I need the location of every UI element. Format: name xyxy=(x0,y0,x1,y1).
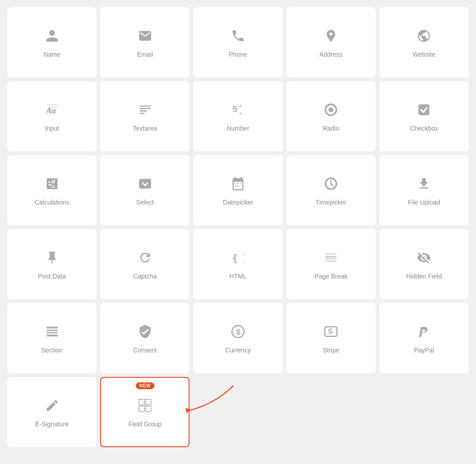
card-label: E-Signature xyxy=(35,420,69,428)
card-label: Post Data xyxy=(38,273,66,280)
shield-icon xyxy=(138,324,152,341)
svg-text:{ }: { } xyxy=(232,252,245,264)
card-label: Captcha xyxy=(133,273,157,280)
svg-rect-16 xyxy=(139,406,144,411)
card-label: HTML xyxy=(229,273,247,280)
select-icon xyxy=(138,176,152,193)
card-label: Stripe xyxy=(323,347,340,354)
card-label: Website xyxy=(413,51,435,58)
svg-rect-5 xyxy=(139,179,151,188)
person-icon xyxy=(45,29,59,45)
phone-icon xyxy=(231,29,245,45)
card-label: Currency xyxy=(225,347,251,354)
textarea-icon xyxy=(138,103,152,119)
card-label: Page Break xyxy=(315,273,348,280)
card-label: PayPal xyxy=(414,347,434,354)
card-label: Select xyxy=(136,199,154,206)
card-label: Consent xyxy=(133,347,157,354)
svg-text:$: $ xyxy=(236,327,241,337)
fieldgroup-icon xyxy=(138,398,152,415)
card-page-break[interactable]: Page Break xyxy=(287,229,376,299)
field-type-grid: NameEmailPhoneAddressWebsiteAaInputTexta… xyxy=(7,7,469,447)
card-label: Address xyxy=(320,51,343,58)
stripe-icon: S xyxy=(324,324,338,341)
svg-rect-4 xyxy=(418,104,429,115)
card-label: Checkbox xyxy=(410,125,438,132)
card-input[interactable]: AaInput xyxy=(7,81,97,151)
card-name[interactable]: Name xyxy=(7,7,97,78)
svg-text:S: S xyxy=(328,327,333,335)
download-icon xyxy=(417,176,431,193)
card-label: Number xyxy=(227,125,249,132)
svg-rect-14 xyxy=(139,400,144,405)
card-label: Radio xyxy=(323,125,340,132)
svg-point-3 xyxy=(329,107,334,112)
card-radio[interactable]: Radio xyxy=(287,81,376,151)
card-label: Hidden Field xyxy=(406,273,442,280)
card-stripe[interactable]: SStripe xyxy=(287,303,376,373)
card-file-upload[interactable]: File Upload xyxy=(379,155,469,225)
card-captcha[interactable]: Captcha xyxy=(100,229,189,299)
clock-icon xyxy=(324,176,338,193)
card-datepicker[interactable]: 31Datepicker xyxy=(193,155,282,225)
card-address[interactable]: Address xyxy=(287,7,376,78)
card-website[interactable]: Website xyxy=(379,7,469,78)
braces-icon: { } xyxy=(231,250,245,267)
card-checkbox[interactable]: Checkbox xyxy=(379,81,469,151)
email-icon xyxy=(138,29,152,45)
pin-icon xyxy=(45,250,59,267)
card-label: File Upload xyxy=(408,199,440,206)
card-post-data[interactable]: Post Data xyxy=(7,229,97,299)
card-label: Textarea xyxy=(133,125,157,132)
pen-icon xyxy=(45,398,59,415)
card-label: Name xyxy=(44,51,60,58)
card-hidden-field[interactable]: Hidden Field xyxy=(379,229,469,299)
svg-rect-9 xyxy=(325,257,336,257)
card-field-group[interactable]: NEWField Group xyxy=(100,377,189,447)
card-label: Field Group xyxy=(128,420,161,428)
radio-icon xyxy=(324,103,338,119)
card-number[interactable]: 5Number xyxy=(193,81,282,151)
card-select[interactable]: Select xyxy=(100,155,189,225)
refresh-icon xyxy=(138,250,152,267)
card-label: Datepicker xyxy=(223,199,253,206)
location-icon xyxy=(324,29,338,45)
paypal-icon xyxy=(417,324,431,341)
card-label: Email xyxy=(137,51,153,58)
card-timepicker[interactable]: Timepicker xyxy=(287,155,376,225)
svg-text:31: 31 xyxy=(236,179,239,182)
card-email[interactable]: Email xyxy=(100,7,189,78)
dollar-icon: $ xyxy=(231,324,245,341)
calculator-icon xyxy=(45,176,59,193)
card-label: Input xyxy=(45,125,59,132)
input-icon: Aa xyxy=(45,103,59,119)
pagebreak-icon xyxy=(324,250,338,267)
card-label: Phone xyxy=(229,51,247,58)
card-paypal[interactable]: PayPal xyxy=(379,303,469,373)
card-consent[interactable]: Consent xyxy=(100,303,189,373)
new-badge: NEW xyxy=(136,382,154,389)
card-html[interactable]: { }HTML xyxy=(193,229,282,299)
card-label: Section xyxy=(41,347,63,354)
checkbox-icon xyxy=(417,103,431,119)
svg-text:5: 5 xyxy=(233,104,237,114)
section-icon xyxy=(45,324,59,341)
svg-rect-17 xyxy=(146,406,151,411)
card-section[interactable]: Section xyxy=(7,303,97,373)
card-phone[interactable]: Phone xyxy=(193,7,282,78)
card-currency[interactable]: $Currency xyxy=(193,303,282,373)
card-e-signature[interactable]: E-Signature xyxy=(7,377,97,447)
card-label: Calculations xyxy=(34,199,69,206)
number-icon: 5 xyxy=(231,103,245,119)
card-label: Timepicker xyxy=(316,199,346,206)
card-textarea[interactable]: Textarea xyxy=(100,81,189,151)
calendar-icon: 31 xyxy=(231,176,245,193)
globe-icon xyxy=(417,29,431,45)
svg-rect-15 xyxy=(146,400,151,405)
card-calculations[interactable]: Calculations xyxy=(7,155,97,225)
hidden-icon xyxy=(417,250,431,267)
